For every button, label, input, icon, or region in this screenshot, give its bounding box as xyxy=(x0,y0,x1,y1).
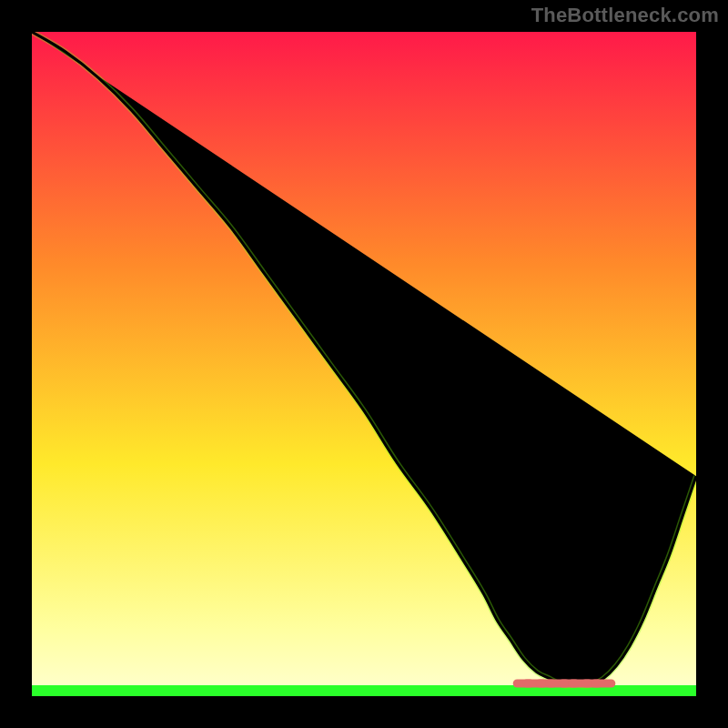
plot-area xyxy=(32,32,696,696)
bottleneck-chart xyxy=(32,32,696,696)
chart-frame: TheBottleneck.com xyxy=(0,0,728,728)
watermark-label: TheBottleneck.com xyxy=(531,4,719,27)
